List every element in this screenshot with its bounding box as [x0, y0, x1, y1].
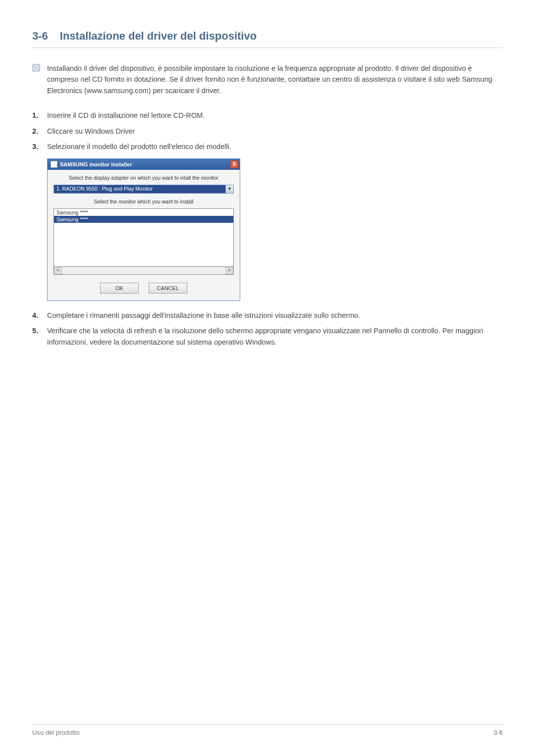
installer-dialog: SAMSUNG monitor installer X Select the d…: [47, 158, 240, 301]
monitor-label: Select the monitor which you want to ins…: [54, 199, 234, 204]
scroll-right-icon[interactable]: >: [225, 267, 233, 274]
section-heading: 3-6 Installazione del driver del disposi…: [32, 30, 503, 48]
step-text: Selezionare il modello del prodotto nell…: [47, 141, 231, 152]
footer-left: Uso del prodotto: [32, 729, 79, 736]
app-icon: [51, 161, 57, 168]
monitor-listbox[interactable]: Samsung **** Samsung ****: [54, 208, 234, 267]
steps-list-cont: Completare i rimanenti passaggi dell'ins…: [32, 310, 503, 349]
list-item[interactable]: Samsung ****: [54, 209, 233, 216]
footer-right: 3-6: [493, 729, 503, 736]
dialog-button-row: OK CANCEL: [54, 283, 234, 294]
step-text: Completare i rimanenti passaggi dell'ins…: [47, 310, 360, 321]
note-text: Installando il driver del dispositivo, è…: [47, 63, 503, 96]
step-item: Cliccare su Windows Driver: [32, 126, 503, 137]
cancel-button[interactable]: CANCEL: [149, 283, 187, 294]
dialog-title: SAMSUNG monitor installer: [60, 161, 132, 167]
step-item: Verificare che la velocità di refresh e …: [32, 325, 503, 348]
note-block: Installando il driver del dispositivo, è…: [32, 63, 503, 96]
dialog-titlebar: SAMSUNG monitor installer X: [48, 159, 240, 170]
adapter-label: Select the display adapter on which you …: [54, 175, 234, 181]
step-text: Verificare che la velocità di refresh e …: [47, 325, 503, 348]
step-item: Selezionare il modello del prodotto nell…: [32, 141, 503, 152]
heading-number: 3-6: [32, 30, 48, 43]
step-item: Inserire il CD di installazione nel lett…: [32, 110, 503, 121]
dropdown-value: 1. RADEON 9550 : Plug and Play Monitor: [54, 185, 225, 193]
step-text: Inserire il CD di installazione nel lett…: [47, 110, 205, 121]
dialog-body: Select the display adapter on which you …: [48, 170, 240, 301]
chevron-down-icon[interactable]: ▼: [225, 185, 233, 193]
ok-button[interactable]: OK: [100, 283, 139, 294]
list-item[interactable]: Samsung ****: [54, 216, 233, 223]
step-text: Cliccare su Windows Driver: [47, 126, 135, 137]
page-footer: Uso del prodotto 3-6: [32, 724, 503, 736]
horizontal-scrollbar[interactable]: < >: [54, 267, 234, 275]
scroll-left-icon[interactable]: <: [54, 267, 62, 274]
heading-title: Installazione del driver del dispositivo: [60, 30, 257, 43]
info-icon: [32, 64, 40, 96]
steps-list: Inserire il CD di installazione nel lett…: [32, 110, 503, 152]
close-button[interactable]: X: [230, 160, 238, 168]
adapter-dropdown[interactable]: 1. RADEON 9550 : Plug and Play Monitor ▼: [54, 185, 234, 194]
step-item: Completare i rimanenti passaggi dell'ins…: [32, 310, 503, 321]
